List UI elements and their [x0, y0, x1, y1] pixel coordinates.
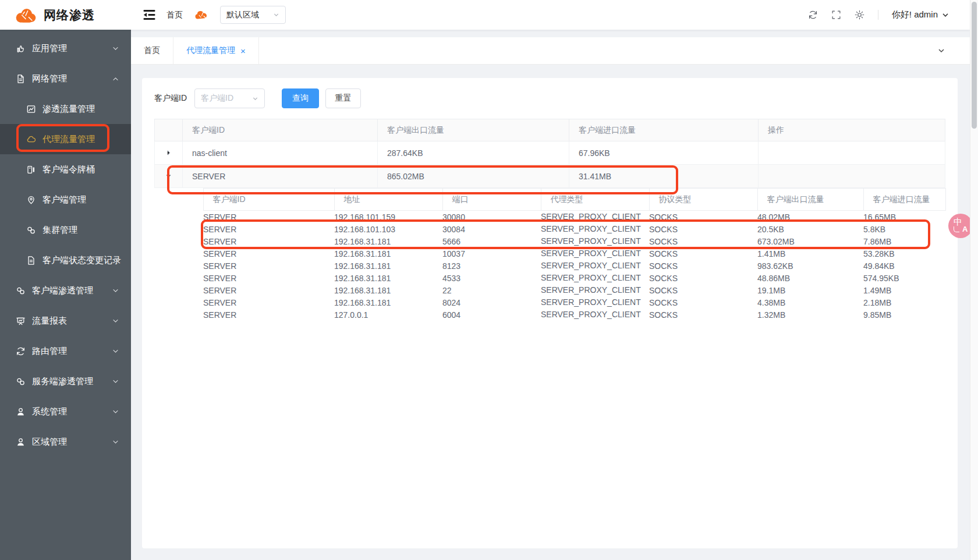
- out-traffic-cell: 1.32MB: [757, 309, 863, 321]
- route-icon: [16, 346, 26, 356]
- address-cell: 192.168.101.159: [334, 211, 442, 224]
- proxy-type-cell: SERVER_PROXY_CLIENT: [541, 235, 649, 247]
- tab-list-chevron-down-icon[interactable]: [937, 47, 945, 55]
- proxy-type-cell: SERVER_PROXY_CLIENT: [541, 296, 649, 309]
- user-menu[interactable]: 你好! admin: [892, 9, 949, 20]
- theme-icon[interactable]: [855, 10, 864, 20]
- in-traffic-cell: 7.86MB: [863, 235, 945, 247]
- port-cell: 8024: [442, 296, 541, 309]
- sidebar-item-label: 集群管理: [42, 225, 77, 236]
- sidebar-item-区域管理[interactable]: 区域管理: [0, 427, 131, 457]
- port-cell: 8123: [442, 260, 541, 272]
- chevron-down-icon: [112, 288, 119, 294]
- collapse-row-icon[interactable]: [155, 165, 183, 188]
- tab-label: 首页: [144, 45, 160, 56]
- topbar: 首页 默认区域 你好! admin: [131, 6, 970, 24]
- sidebar-item-应用管理[interactable]: 应用管理: [0, 33, 131, 63]
- refresh-icon[interactable]: [808, 10, 818, 20]
- sidebar-item-系统管理[interactable]: 系统管理: [0, 396, 131, 427]
- reset-button[interactable]: 重置: [325, 88, 361, 108]
- sidebar-item-label: 网络管理: [32, 73, 67, 84]
- proxy-type-cell: SERVER_PROXY_CLIENT: [541, 211, 649, 224]
- greeting-text: 你好! admin: [892, 9, 938, 20]
- fullscreen-icon[interactable]: [831, 10, 841, 20]
- table-row: SERVER192.168.31.1818024SERVER_PROXY_CLI…: [203, 296, 945, 309]
- breadcrumb[interactable]: 首页: [166, 10, 183, 20]
- sidebar-item-客户端状态变更记录[interactable]: 客户端状态变更记录: [0, 245, 131, 275]
- expanded-row-cell: 客户端ID地址端口代理类型协议类型客户端出口流量客户端进口流量SERVER192…: [155, 188, 945, 321]
- in-traffic-cell: 1.49MB: [863, 284, 945, 296]
- menu-fold-icon[interactable]: [143, 9, 155, 20]
- sidebar-item-集群管理[interactable]: 集群管理: [0, 215, 131, 245]
- tab-代理流量管理[interactable]: 代理流量管理×: [173, 37, 259, 64]
- column-header: 协议类型: [649, 189, 757, 211]
- app-header: 网络渗透 首页 默认区域: [0, 0, 970, 30]
- sidebar-item-label: 应用管理: [32, 43, 67, 54]
- sidebar-item-客户端管理[interactable]: 客户端管理: [0, 185, 131, 215]
- user-icon: [16, 407, 26, 417]
- tab-首页[interactable]: 首页: [131, 37, 173, 64]
- sidebar-item-label: 客户端令牌桶: [42, 164, 95, 175]
- proxy-detail-table: 客户端ID地址端口代理类型协议类型客户端出口流量客户端进口流量SERVER192…: [203, 188, 946, 321]
- client-id-placeholder: 客户端ID: [201, 93, 233, 104]
- topbar-right: 你好! admin: [808, 9, 970, 20]
- pin-icon: [26, 195, 36, 205]
- sidebar-item-流量报表[interactable]: 流量报表: [0, 306, 131, 336]
- proxy-type-cell: SERVER_PROXY_CLIENT: [541, 284, 649, 296]
- out-traffic-cell: 48.02MB: [757, 211, 863, 224]
- breadcrumb-cloud-icon: [194, 10, 209, 20]
- in-traffic-cell: 2.18MB: [863, 296, 945, 309]
- actions-cell: [759, 141, 945, 165]
- chevron-down-icon: [112, 378, 119, 385]
- column-header: 端口: [442, 189, 541, 211]
- expand-row-icon[interactable]: [155, 141, 183, 165]
- translate-badge[interactable]: 中 A: [948, 214, 973, 238]
- out-traffic-cell: 865.02MB: [378, 165, 569, 188]
- client-id-cell: SERVER: [203, 211, 334, 224]
- scrollbar-thumb[interactable]: [972, 2, 977, 129]
- client-id-cell: SERVER: [203, 296, 334, 309]
- sidebar-item-路由管理[interactable]: 路由管理: [0, 336, 131, 366]
- sidebar-item-服务端渗透管理[interactable]: 服务端渗透管理: [0, 366, 131, 396]
- column-header: 客户端进口流量: [863, 189, 945, 211]
- proxy-type-cell: SERVER_PROXY_CLIENT: [541, 247, 649, 260]
- sidebar-item-网络管理[interactable]: 网络管理: [0, 63, 131, 94]
- sidebar-item-代理流量管理[interactable]: 代理流量管理: [0, 124, 131, 154]
- address-cell: 192.168.31.181: [334, 284, 442, 296]
- sidebar-item-渗透流量管理[interactable]: 渗透流量管理: [0, 94, 131, 124]
- inner-table-head: 客户端ID地址端口代理类型协议类型客户端出口流量客户端进口流量: [203, 189, 945, 211]
- region-select[interactable]: 默认区域: [220, 6, 286, 24]
- translate-en-glyph: A: [962, 225, 968, 233]
- chart-icon: [26, 104, 36, 114]
- table-wrap: 客户端ID客户端出口流量客户端进口流量操作 nas-client287.64KB…: [142, 119, 958, 321]
- logo-cloud-icon: [14, 6, 37, 24]
- user-icon: [16, 437, 26, 447]
- client-id-select[interactable]: 客户端ID: [194, 88, 265, 108]
- cluster-icon: [26, 225, 36, 235]
- chevron-down-icon: [112, 439, 119, 445]
- address-cell: 192.168.31.181: [334, 260, 442, 272]
- sidebar: 应用管理网络管理渗透流量管理代理流量管理客户端令牌桶客户端管理集群管理客户端状态…: [0, 30, 131, 560]
- chevron-down-icon: [942, 12, 949, 19]
- table-row: SERVER865.02MB31.41MB: [155, 165, 945, 188]
- tab-close-icon[interactable]: ×: [240, 47, 246, 55]
- region-select-value: 默认区域: [226, 10, 259, 20]
- sidebar-item-label: 客户端渗透管理: [32, 285, 93, 296]
- in-traffic-cell: 53.28KB: [863, 247, 945, 260]
- chevron-right-icon: [165, 148, 172, 158]
- port-cell: 6004: [442, 309, 541, 321]
- out-traffic-cell: 983.62KB: [757, 260, 863, 272]
- sidebar-item-客户端令牌桶[interactable]: 客户端令牌桶: [0, 154, 131, 185]
- scrollbar-track[interactable]: [970, 0, 978, 560]
- chevron-down-icon: [112, 45, 119, 52]
- tab-label: 代理流量管理: [186, 45, 235, 56]
- address-cell: 192.168.101.103: [334, 223, 442, 235]
- query-button[interactable]: 查询: [282, 88, 319, 108]
- proxy-type-cell: SERVER_PROXY_CLIENT: [541, 260, 649, 272]
- out-traffic-cell: 1.41MB: [757, 247, 863, 260]
- report-icon: [16, 316, 26, 326]
- table-row: SERVER192.168.101.10330084SERVER_PROXY_C…: [203, 223, 945, 235]
- column-header: 客户端出口流量: [757, 189, 863, 211]
- expand-column-header: [155, 119, 183, 141]
- sidebar-item-客户端渗透管理[interactable]: 客户端渗透管理: [0, 275, 131, 306]
